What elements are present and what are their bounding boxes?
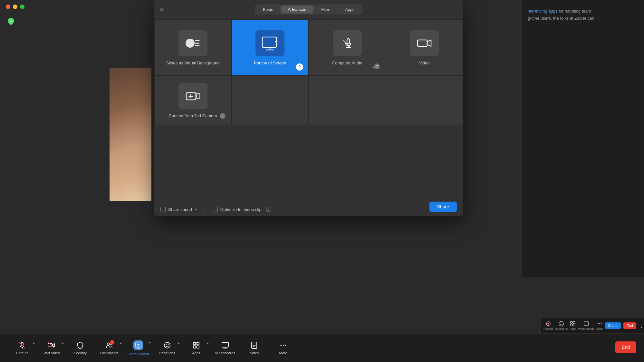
optimize-group: Optimize for video clip ? [213,207,271,212]
modal-bottom-bar: Share sound ▾ Optimize for video clip ? … [154,203,463,216]
tab-apps[interactable]: Apps [338,5,362,14]
svg-rect-43 [193,346,196,348]
option-content-2nd-camera[interactable]: Content from 2nd Camera ? [155,76,231,125]
start-video-icon [47,341,55,349]
toolbar-share-screen[interactable]: Share Screen ▲ [124,337,153,359]
tab-files[interactable]: Files [314,5,337,14]
svg-rect-42 [197,342,199,345]
computer-audio-help[interactable]: ? [374,63,380,69]
panel-text2: for handling team [558,9,591,14]
camera2-help[interactable]: ? [220,113,226,119]
svg-point-54 [285,345,286,346]
notes-icon [250,341,258,349]
share-screen-expand[interactable]: ▲ [148,340,151,344]
toolbar-unmute[interactable]: Unmute ▲ [8,338,37,358]
svg-point-38 [164,342,170,348]
svg-rect-41 [193,342,196,345]
side-panel: nferencing apps for handling team g-time… [522,0,644,277]
svg-rect-13 [418,40,427,46]
toolbar-apps[interactable]: Apps ▲ [182,338,211,358]
apps-icon [192,341,200,349]
unmute-label: Unmute [16,351,29,355]
thumb-whiteboards[interactable]: Whiteboards [578,321,595,330]
option-portion-screen[interactable]: Portion of Screen ? [232,20,309,75]
toolbar-start-video[interactable]: Start Video ▲ [37,338,66,358]
empty-cell-2 [309,76,386,125]
svg-rect-20 [571,321,572,323]
svg-rect-4 [262,37,276,47]
more-icon [279,341,287,349]
svg-rect-24 [584,322,589,325]
computer-audio-icon-box [333,30,362,56]
start-video-expand[interactable]: ▲ [61,341,64,345]
shield-icon [6,17,15,26]
optimize-help[interactable]: ? [266,207,271,212]
svg-point-33 [107,343,110,345]
toolbar-more[interactable]: More [269,338,298,358]
portion-screen-icon-box [255,30,284,56]
tab-group: Basic Advanced Files Apps [255,5,363,14]
svg-point-26 [599,323,600,324]
toolbar-whiteboards[interactable]: Whiteboards [211,338,240,358]
tab-basic[interactable]: Basic [256,5,280,14]
svg-rect-21 [573,321,575,323]
video-icon-box [410,30,439,56]
close-button[interactable] [6,5,10,9]
maximize-button[interactable] [20,5,24,9]
share-sound-group: Share sound ▾ [160,207,197,212]
empty-cell-1 [232,76,309,125]
audio-dropdown[interactable]: ▾ [372,66,374,69]
thumb-more[interactable]: More [596,321,603,330]
option-computer-audio[interactable]: Computer Audio ? ▾ [309,20,386,75]
option-video[interactable]: Video [386,20,463,75]
panel-text3: g-time users, the folks at Zapier can [528,16,594,21]
toolbar-notes[interactable]: Notes [240,338,269,358]
camera2-icon-box [178,83,207,109]
thumb-apps[interactable]: Apps [570,321,576,330]
security-label: Security [74,351,87,355]
share-sound-chevron[interactable]: ▾ [195,208,197,211]
svg-point-39 [166,344,167,345]
thumb-reactions[interactable]: Reactions [555,321,568,330]
share-button[interactable]: Share [429,202,457,212]
apps-expand[interactable]: ▲ [206,341,209,345]
optimize-checkbox[interactable] [213,207,218,212]
option-slides-virtual-bg[interactable]: Slides as Virtual Background [155,20,231,75]
slides-virtual-bg-label: Slides as Virtual Background [166,61,220,65]
end-button[interactable]: End [615,341,636,353]
minimize-button[interactable] [13,5,17,9]
thumb-share-button[interactable]: Share [605,322,621,329]
reactions-icon [163,341,171,349]
panel-link[interactable]: nferencing apps [528,9,558,14]
share-options-row2: Content from 2nd Camera ? [154,76,463,125]
svg-point-53 [283,345,284,346]
slides-icon-box [178,30,207,56]
toolbar-security[interactable]: Security [66,338,95,358]
reactions-expand[interactable]: ▲ [177,341,180,345]
selected-check: ? [296,63,303,71]
thumb-end-button[interactable]: End [623,322,636,329]
thumb-right-btns: Share End ⋮ [605,322,644,329]
svg-rect-22 [571,324,572,326]
thumb-ellipsis[interactable]: ⋮ [639,323,644,329]
share-screen-icon [133,340,143,350]
unmute-expand[interactable]: ▲ [32,341,35,345]
apps-label: Apps [192,351,200,355]
modal-dot [160,8,164,12]
tab-advanced[interactable]: Advanced [281,5,313,14]
panel-content: nferencing apps for handling team g-time… [522,0,644,30]
svg-line-32 [48,342,54,348]
toolbar-participants[interactable]: 1 Participants ▲ [95,338,124,358]
toolbar-reactions[interactable]: Reactions ▲ [153,338,182,358]
content-2nd-camera-label: Content from 2nd Camera [169,113,217,118]
svg-rect-44 [197,346,199,348]
svg-point-52 [280,345,282,346]
thumb-record[interactable]: Record [543,321,553,330]
unmute-icon [18,341,26,349]
reactions-label: Reactions [159,351,175,355]
participants-label: Participants [100,351,118,355]
start-video-label: Start Video [43,351,60,355]
share-sound-checkbox[interactable] [160,207,166,212]
thumb-icons: Record Reactions Apps Whiteboards More [543,321,603,330]
participants-expand[interactable]: ▲ [119,341,122,345]
